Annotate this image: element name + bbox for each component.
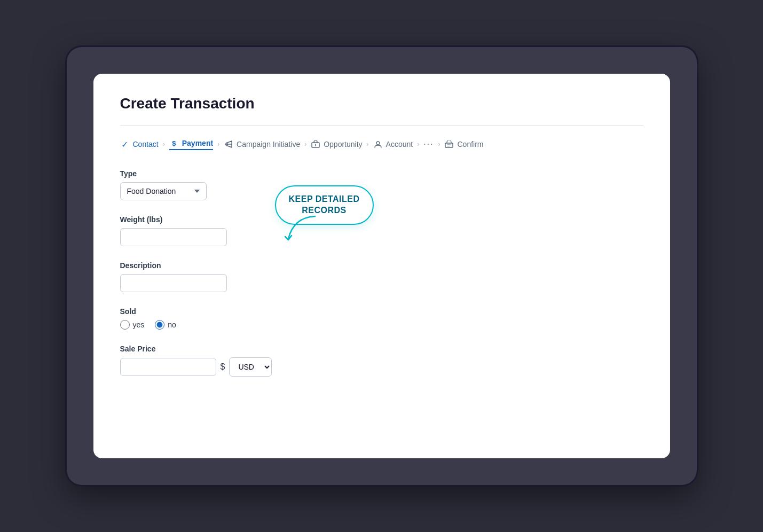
step-payment-label: Payment xyxy=(182,139,213,147)
device-frame: Create Transaction ✓ Contact › $ Payment… xyxy=(67,47,697,485)
contact-check-icon: ✓ xyxy=(120,139,130,149)
campaign-icon xyxy=(224,139,233,149)
sold-no-radio[interactable] xyxy=(155,320,164,330)
sold-label: Sold xyxy=(120,307,643,316)
type-label: Type xyxy=(120,169,643,178)
form-section: KEEP DETAILEDRECORDS Type Food Donation … xyxy=(120,169,643,377)
svg-rect-2 xyxy=(445,143,453,147)
chevron-icon-2: › xyxy=(217,140,219,148)
chevron-icon-4: › xyxy=(367,140,369,148)
sale-price-field-group: Sale Price $ USD EUR GBP CAD xyxy=(120,345,643,377)
step-confirm[interactable]: Confirm xyxy=(444,139,483,149)
sold-no-label[interactable]: no xyxy=(155,320,176,330)
confirm-icon xyxy=(444,139,454,149)
step-dots[interactable]: ··· xyxy=(423,139,434,149)
sold-no-text: no xyxy=(168,320,176,329)
step-opportunity-label: Opportunity xyxy=(324,140,362,148)
type-field-group: Type Food Donation Cash Donation Clothin… xyxy=(120,169,643,200)
currency-symbol: $ xyxy=(221,362,225,372)
description-input[interactable] xyxy=(120,274,227,292)
sold-yes-text: yes xyxy=(133,320,145,329)
payment-dollar-icon: $ xyxy=(169,138,179,148)
chevron-icon-6: › xyxy=(438,140,440,148)
stepper-nav: ✓ Contact › $ Payment › Campaign Initiat… xyxy=(120,138,643,150)
sold-radio-group: yes no xyxy=(120,320,643,330)
sale-price-row: $ USD EUR GBP CAD xyxy=(120,357,643,377)
tooltip-text: KEEP DETAILEDRECORDS xyxy=(289,194,360,215)
currency-select[interactable]: USD EUR GBP CAD xyxy=(229,357,272,377)
tooltip-bubble: KEEP DETAILEDRECORDS xyxy=(275,185,374,225)
description-label: Description xyxy=(120,261,643,270)
step-account-label: Account xyxy=(386,140,413,148)
divider xyxy=(120,125,643,126)
chevron-icon-5: › xyxy=(417,140,419,148)
type-select[interactable]: Food Donation Cash Donation Clothing Don… xyxy=(120,182,207,200)
sold-field-group: Sold yes no xyxy=(120,307,643,330)
weight-field-group: Weight (lbs) xyxy=(120,215,643,246)
step-account[interactable]: Account xyxy=(373,139,413,149)
step-campaign-label: Campaign Initiative xyxy=(237,140,300,148)
sold-yes-radio[interactable] xyxy=(120,320,130,330)
weight-label: Weight (lbs) xyxy=(120,215,643,224)
step-campaign-initiative[interactable]: Campaign Initiative xyxy=(224,139,300,149)
weight-input[interactable] xyxy=(120,228,227,246)
sale-price-input[interactable] xyxy=(120,358,216,376)
step-contact[interactable]: ✓ Contact xyxy=(120,139,159,149)
step-confirm-label: Confirm xyxy=(457,140,483,148)
step-payment[interactable]: $ Payment xyxy=(169,138,213,150)
chevron-icon-3: › xyxy=(304,140,306,148)
sold-yes-label[interactable]: yes xyxy=(120,320,145,330)
opportunity-icon xyxy=(311,139,320,149)
step-opportunity[interactable]: Opportunity xyxy=(311,139,362,149)
page-title: Create Transaction xyxy=(120,95,643,112)
sale-price-label: Sale Price xyxy=(120,345,643,353)
dots-icon: ··· xyxy=(423,139,434,149)
chevron-icon-1: › xyxy=(163,140,165,148)
modal-container: Create Transaction ✓ Contact › $ Payment… xyxy=(93,74,670,458)
description-field-group: Description xyxy=(120,261,643,292)
step-contact-label: Contact xyxy=(133,140,159,148)
account-icon xyxy=(373,139,383,149)
